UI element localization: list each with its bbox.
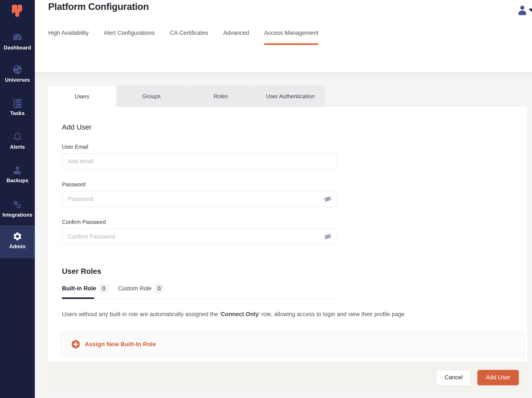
sidebar-item-label: Alerts bbox=[0, 144, 35, 150]
sidebar-item-tasks[interactable]: Tasks bbox=[0, 98, 35, 116]
built-in-role-label: Built-in Role bbox=[62, 285, 96, 292]
sidebar-item-label: Universes bbox=[0, 77, 35, 83]
admin-gear-icon bbox=[13, 231, 22, 241]
description-text: Users without any built-in role are auto… bbox=[62, 311, 221, 317]
confirm-password-input[interactable] bbox=[62, 229, 337, 245]
add-user-button[interactable]: Add User bbox=[477, 370, 519, 385]
user-roles-section-title: User Roles bbox=[62, 267, 527, 275]
toggle-confirm-password-visibility-button[interactable] bbox=[323, 232, 332, 241]
cancel-button[interactable]: Cancel bbox=[436, 370, 471, 385]
assign-button-label: Assign New Built-In Role bbox=[85, 341, 156, 348]
eye-slash-icon bbox=[323, 195, 332, 203]
custom-role-label: Custom Role bbox=[118, 285, 152, 292]
built-in-role-count-badge: 0 bbox=[99, 284, 108, 293]
confirm-password-input-wrap bbox=[62, 229, 337, 245]
password-label: Password bbox=[62, 181, 527, 188]
eye-slash-icon bbox=[323, 232, 332, 241]
yugabyte-logo-icon[interactable] bbox=[10, 3, 25, 17]
integrations-plug-icon bbox=[12, 199, 23, 210]
tab-ca-certificates[interactable]: CA Certificates bbox=[170, 30, 208, 36]
description-bold-text: Connect Only bbox=[221, 311, 259, 317]
page-header: Platform Configuration High Availability… bbox=[35, 0, 532, 72]
plus-circle-icon bbox=[71, 340, 80, 348]
sidebar-item-label: Dashboard bbox=[0, 45, 35, 51]
sidebar-item-label: Admin bbox=[0, 243, 35, 249]
password-input-wrap bbox=[62, 191, 337, 207]
add-user-panel: Add User User Email Password Confirm Pas… bbox=[48, 107, 527, 362]
backups-upload-icon bbox=[12, 165, 23, 175]
sidebar-item-admin[interactable]: Admin bbox=[0, 225, 35, 258]
universes-globe-icon bbox=[12, 64, 23, 75]
role-tabs-underline bbox=[62, 298, 337, 299]
tab-advanced[interactable]: Advanced bbox=[223, 30, 249, 36]
tab-alert-configurations[interactable]: Alert Configurations bbox=[104, 30, 155, 36]
sidebar-item-alerts[interactable]: Alerts bbox=[0, 131, 35, 150]
sidebar-item-universes[interactable]: Universes bbox=[0, 64, 35, 83]
role-tabs-track bbox=[62, 298, 337, 299]
toggle-password-visibility-button[interactable] bbox=[323, 195, 332, 203]
user-email-input-wrap bbox=[62, 153, 337, 169]
sidebar-item-label: Tasks bbox=[0, 110, 35, 116]
dashboard-gauge-icon bbox=[12, 32, 23, 43]
subtab-groups[interactable]: Groups bbox=[117, 86, 186, 107]
subtab-users[interactable]: Users bbox=[48, 86, 116, 107]
confirm-password-label: Confirm Password bbox=[62, 219, 527, 225]
access-management-content: Users Groups Roles User Authentication A… bbox=[35, 72, 532, 398]
subtab-roles[interactable]: Roles bbox=[186, 86, 255, 107]
access-management-subtabs: Users Groups Roles User Authentication bbox=[48, 86, 325, 107]
tab-custom-role[interactable]: Custom Role 0 bbox=[118, 284, 164, 293]
platform-config-tabs: High Availability Alert Configurations C… bbox=[48, 30, 318, 36]
tasks-list-icon bbox=[12, 98, 23, 108]
tab-built-in-role[interactable]: Built-in Role 0 bbox=[62, 284, 108, 293]
user-email-input[interactable] bbox=[62, 153, 337, 169]
sidebar-item-label: Integrations bbox=[0, 212, 35, 218]
chevron-down-icon[interactable] bbox=[529, 9, 532, 12]
user-roles-tabs: Built-in Role 0 Custom Role 0 bbox=[62, 284, 527, 293]
sidebar-item-dashboard[interactable]: Dashboard bbox=[0, 32, 35, 51]
built-in-role-description: Users without any built-in role are auto… bbox=[62, 311, 527, 318]
sidebar-item-integrations[interactable]: Integrations bbox=[0, 199, 35, 218]
sidebar: Dashboard Universes Tasks Alerts bbox=[0, 0, 35, 398]
tab-access-management[interactable]: Access Management bbox=[264, 30, 318, 36]
sidebar-item-backups[interactable]: Backups bbox=[0, 165, 35, 184]
sidebar-item-label: Backups bbox=[0, 178, 35, 184]
user-profile-icon[interactable] bbox=[517, 4, 528, 16]
description-text: ' role, allowing access to login and vie… bbox=[259, 311, 405, 317]
form-action-footer: Cancel Add User bbox=[48, 362, 527, 393]
user-email-label: User Email bbox=[62, 144, 527, 150]
assign-new-built-in-role-button[interactable]: Assign New Built-In Role bbox=[61, 331, 525, 357]
add-user-section-title: Add User bbox=[62, 123, 527, 131]
password-input[interactable] bbox=[62, 191, 337, 207]
custom-role-count-badge: 0 bbox=[155, 284, 164, 293]
subtab-user-authentication[interactable]: User Authentication bbox=[256, 86, 325, 107]
page-title: Platform Configuration bbox=[48, 1, 149, 12]
header-divider bbox=[510, 0, 510, 27]
active-role-tab-indicator bbox=[62, 298, 94, 299]
tab-high-availability[interactable]: High Availability bbox=[48, 30, 89, 36]
alerts-bell-icon bbox=[12, 131, 23, 142]
